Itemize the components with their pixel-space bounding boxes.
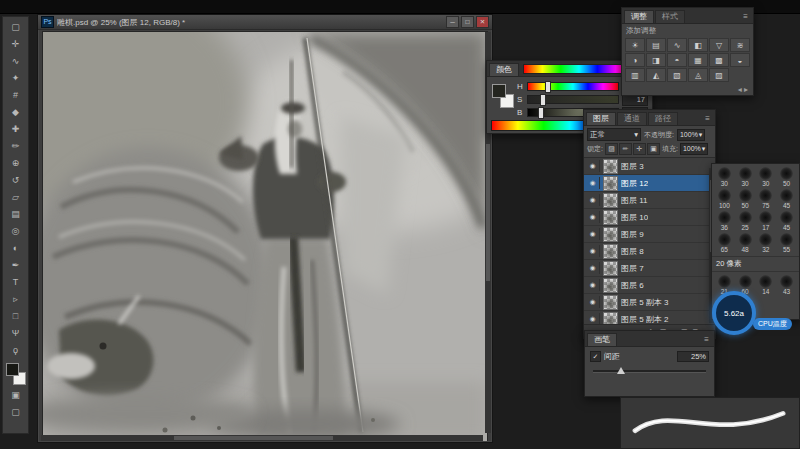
tool-button[interactable]: ✚ — [4, 121, 27, 138]
brightness-contrast-icon[interactable]: ☀ — [625, 38, 645, 52]
document-titlebar[interactable]: Ps 雕棋.psd @ 25% (图层 12, RGB/8) * ─ □ ✕ — [38, 15, 492, 30]
channel-mixer-icon[interactable]: ▦ — [688, 53, 708, 67]
brush-preset[interactable]: 75 — [756, 188, 777, 210]
brush-preset[interactable]: 55 — [776, 232, 797, 254]
tool-button[interactable]: ✒ — [4, 257, 27, 274]
pager-arrows-icon[interactable]: ◂ ▸ — [738, 85, 748, 94]
eye-icon[interactable]: ◉ — [586, 194, 600, 206]
tool-button[interactable]: ∿ — [4, 53, 27, 70]
panel-menu-icon[interactable]: ≡ — [701, 334, 712, 346]
selective-color-icon[interactable]: ◬ — [688, 68, 708, 82]
tool-button[interactable]: ✏ — [4, 138, 27, 155]
eye-icon[interactable]: ◉ — [586, 245, 600, 257]
layer-thumbnail[interactable] — [603, 227, 618, 242]
slider-thumb[interactable] — [540, 94, 546, 106]
layer-thumbnail[interactable] — [603, 159, 618, 174]
brush-preset[interactable]: 30 — [714, 166, 735, 188]
brush-preset[interactable]: 50 — [735, 188, 756, 210]
hue-saturation-icon[interactable]: ≋ — [730, 38, 750, 52]
tab-brush[interactable]: 画笔 — [587, 333, 617, 346]
spacing-value-field[interactable]: 25% — [677, 351, 709, 362]
opacity-field[interactable]: 100% ▾ — [677, 129, 705, 141]
tool-button[interactable]: ◎ — [4, 223, 27, 240]
layer-row[interactable]: ◉ 图层 5 副本 3 — [584, 294, 715, 311]
spacing-slider-thumb[interactable] — [617, 367, 625, 374]
tool-button[interactable]: ✛ — [4, 36, 27, 53]
canvas-artwork[interactable] — [43, 32, 487, 441]
panel-menu-icon[interactable]: ≡ — [702, 113, 713, 125]
brush-preset[interactable]: 45 — [776, 210, 797, 232]
eye-icon[interactable]: ◉ — [586, 279, 600, 291]
spacing-slider-track[interactable] — [593, 370, 706, 373]
blend-mode-select[interactable]: 正常 ▾ — [587, 128, 641, 141]
tool-button[interactable]: ▣ — [4, 387, 27, 404]
layer-row[interactable]: ◉ 图层 6 — [584, 277, 715, 294]
layer-row[interactable]: ◉ 图层 11 — [584, 192, 715, 209]
tab-layers[interactable]: 图层 — [586, 112, 616, 125]
eye-icon[interactable]: ◉ — [586, 313, 600, 324]
tool-button[interactable]: # — [4, 87, 27, 104]
spectrum-strip[interactable] — [523, 64, 635, 74]
fill-field[interactable]: 100% ▾ — [680, 143, 708, 155]
spacing-checkbox[interactable]: ✓ — [590, 351, 601, 362]
layer-row[interactable]: ◉ 图层 9 — [584, 226, 715, 243]
lock-position-icon[interactable]: ✛ — [633, 143, 646, 155]
layer-row[interactable]: ◉ 图层 10 — [584, 209, 715, 226]
brush-preset[interactable]: 50 — [776, 166, 797, 188]
tab-adjustments[interactable]: 调整 — [624, 10, 654, 23]
eye-icon[interactable]: ◉ — [586, 177, 600, 189]
tool-button[interactable]: ▱ — [4, 189, 27, 206]
slider-thumb[interactable] — [538, 107, 544, 119]
eye-icon[interactable]: ◉ — [586, 228, 600, 240]
layer-thumbnail[interactable] — [603, 193, 618, 208]
brush-preset[interactable]: 48 — [735, 232, 756, 254]
tab-channels[interactable]: 通道 — [617, 112, 647, 125]
layer-thumbnail[interactable] — [603, 176, 618, 191]
lock-transparency-icon[interactable]: ▨ — [605, 143, 618, 155]
slider-thumb[interactable] — [545, 81, 551, 93]
brush-preset[interactable]: 45 — [776, 188, 797, 210]
color-balance-icon[interactable]: ◑ — [625, 53, 645, 67]
tool-button[interactable]: ◐ — [4, 240, 27, 257]
brush-preset[interactable]: 100 — [714, 188, 735, 210]
layer-thumbnail[interactable] — [603, 278, 618, 293]
foreground-color-swatch[interactable] — [6, 363, 19, 376]
exposure-icon[interactable]: ◧ — [688, 38, 708, 52]
brush-preset[interactable]: 25 — [735, 210, 756, 232]
photo-filter-icon[interactable]: ◓ — [667, 53, 687, 67]
panel-menu-icon[interactable]: ≡ — [740, 11, 751, 23]
foreground-color-swatch[interactable] — [492, 84, 506, 98]
brush-preset[interactable]: 43 — [776, 274, 797, 296]
brush-preset[interactable]: 65 — [714, 232, 735, 254]
eye-icon[interactable]: ◉ — [586, 160, 600, 172]
black-white-icon[interactable]: ◨ — [646, 53, 666, 67]
tool-button[interactable]: ↺ — [4, 172, 27, 189]
layer-row[interactable]: ◉ 图层 7 — [584, 260, 715, 277]
layer-thumbnail[interactable] — [603, 312, 618, 325]
vibrance-icon[interactable]: ▽ — [709, 38, 729, 52]
tool-button[interactable]: T — [4, 274, 27, 291]
vertical-scroll-thumb[interactable] — [486, 144, 490, 280]
tool-button[interactable]: □ — [4, 308, 27, 325]
tool-button[interactable]: Ψ — [4, 325, 27, 342]
custom-preset-icon[interactable]: ▨ — [709, 68, 729, 82]
tool-button[interactable]: ▢ — [4, 404, 27, 421]
tab-paths[interactable]: 路径 — [648, 112, 678, 125]
tool-button[interactable]: ⊕ — [4, 155, 27, 172]
posterize-icon[interactable]: ▥ — [625, 68, 645, 82]
tool-button[interactable]: ϙ — [4, 342, 27, 359]
close-button[interactable]: ✕ — [476, 16, 489, 28]
layer-row[interactable]: ◉ 图层 8 — [584, 243, 715, 260]
eye-icon[interactable]: ◉ — [586, 296, 600, 308]
tool-button[interactable]: ✦ — [4, 70, 27, 87]
slider-track[interactable] — [527, 82, 619, 91]
horizontal-scrollbar[interactable] — [41, 435, 483, 441]
tab-styles[interactable]: 样式 — [655, 10, 685, 23]
layer-thumbnail[interactable] — [603, 210, 618, 225]
layer-row[interactable]: ◉ 图层 3 — [584, 158, 715, 175]
levels-icon[interactable]: ▤ — [646, 38, 666, 52]
tool-button[interactable]: ▹ — [4, 291, 27, 308]
brush-preset[interactable]: 32 — [756, 232, 777, 254]
brush-preset[interactable]: 30 — [735, 166, 756, 188]
brush-preset[interactable]: 14 — [756, 274, 777, 296]
